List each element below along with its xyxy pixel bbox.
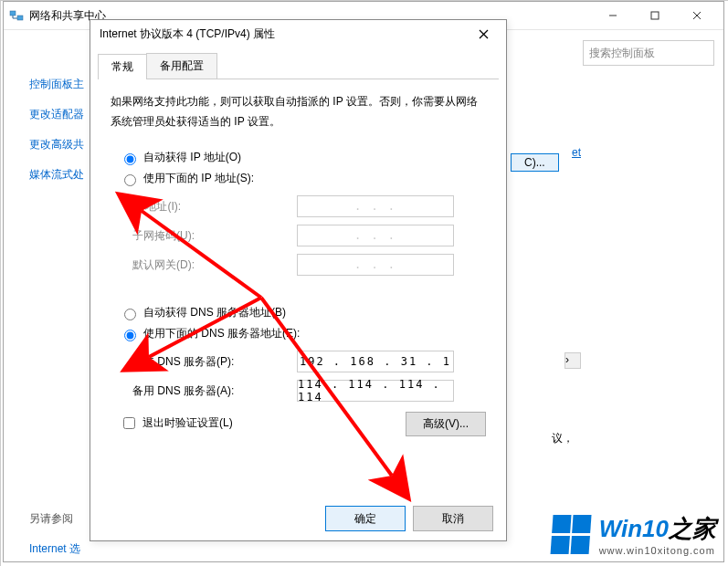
- radio-manual-dns[interactable]: 使用下面的 DNS 服务器地址(E):: [120, 326, 486, 341]
- dialog-titlebar: Internet 协议版本 4 (TCP/IPv4) 属性: [90, 20, 506, 47]
- link-fragment-et[interactable]: et: [572, 146, 581, 159]
- properties-button[interactable]: C)...: [511, 153, 559, 172]
- check-validate-label: 退出时验证设置(L): [142, 415, 233, 431]
- windows-logo-icon: [550, 515, 593, 555]
- search-placeholder: 搜索控制面板: [589, 46, 655, 61]
- input-subnet[interactable]: . . .: [297, 225, 454, 246]
- radio-auto-dns[interactable]: 自动获得 DNS 服务器地址(B): [120, 305, 486, 320]
- input-ip-address[interactable]: . . .: [297, 195, 454, 217]
- radio-auto-dns-label: 自动获得 DNS 服务器地址(B): [143, 305, 286, 320]
- radio-manual-ip-label: 使用下面的 IP 地址(S):: [143, 171, 254, 186]
- manual-dns-fields: 首选 DNS 服务器(P): 192 . 168 . 31 . 1 备用 DNS…: [132, 351, 486, 402]
- maximize-button[interactable]: [634, 3, 676, 29]
- svg-rect-0: [10, 11, 16, 16]
- close-button[interactable]: [470, 20, 497, 47]
- radio-auto-ip-label: 自动获得 IP 地址(O): [143, 150, 241, 165]
- label-gateway: 默认网关(D):: [132, 257, 297, 273]
- dialog-footer: 确定 取消: [325, 506, 493, 531]
- input-alt-dns[interactable]: 114 . 114 . 114 . 114: [297, 380, 454, 402]
- description-text: 如果网络支持此功能，则可以获取自动指派的 IP 设置。否则，你需要从网络系统管理…: [111, 92, 486, 131]
- watermark: Win10之家 www.win10xitong.com: [552, 513, 716, 556]
- radio-manual-ip-input[interactable]: [124, 174, 136, 186]
- tab-strip: 常规 备用配置: [98, 53, 499, 79]
- label-alt-dns: 备用 DNS 服务器(A):: [132, 383, 297, 399]
- label-ip-address: IP 地址(I):: [132, 199, 297, 215]
- tab-general[interactable]: 常规: [98, 54, 147, 79]
- advanced-button[interactable]: 高级(V)...: [406, 412, 486, 436]
- radio-manual-ip[interactable]: 使用下面的 IP 地址(S):: [120, 171, 486, 186]
- bg-close-button[interactable]: [676, 3, 718, 29]
- text-fragment-yi: 议，: [552, 431, 574, 446]
- radio-auto-ip-input[interactable]: [124, 153, 136, 165]
- check-validate-input[interactable]: [123, 417, 135, 429]
- manual-ip-fields: IP 地址(I): . . . 子网掩码(U): . . . 默认网关(D): …: [132, 195, 486, 276]
- dialog-content: 如果网络支持此功能，则可以获取自动指派的 IP 设置。否则，你需要从网络系统管理…: [90, 79, 506, 445]
- link-internet-options[interactable]: Internet 选: [29, 541, 212, 557]
- radio-auto-ip[interactable]: 自动获得 IP 地址(O): [120, 150, 486, 165]
- network-icon: [9, 8, 24, 23]
- ok-button[interactable]: 确定: [325, 506, 406, 531]
- svg-rect-3: [651, 12, 659, 19]
- scroll-arrow[interactable]: ›: [564, 352, 581, 369]
- radio-auto-dns-input[interactable]: [124, 309, 136, 320]
- tab-alternate[interactable]: 备用配置: [146, 53, 217, 79]
- svg-rect-1: [17, 16, 23, 20]
- label-preferred-dns: 首选 DNS 服务器(P):: [132, 354, 297, 370]
- input-preferred-dns[interactable]: 192 . 168 . 31 . 1: [297, 351, 454, 372]
- dialog-title: Internet 协议版本 4 (TCP/IPv4) 属性: [100, 26, 470, 42]
- watermark-url: www.win10xitong.com: [599, 545, 716, 556]
- search-control-panel[interactable]: 搜索控制面板: [583, 40, 714, 66]
- cancel-button[interactable]: 取消: [413, 506, 493, 531]
- radio-manual-dns-label: 使用下面的 DNS 服务器地址(E):: [143, 326, 300, 341]
- input-gateway[interactable]: . . .: [297, 254, 454, 276]
- label-subnet: 子网掩码(U):: [132, 228, 297, 244]
- watermark-title: Win10之家: [599, 513, 716, 545]
- minimize-button[interactable]: [592, 3, 634, 29]
- ipv4-properties-dialog: Internet 协议版本 4 (TCP/IPv4) 属性 常规 备用配置 如果…: [90, 19, 507, 541]
- radio-manual-dns-input[interactable]: [124, 330, 136, 341]
